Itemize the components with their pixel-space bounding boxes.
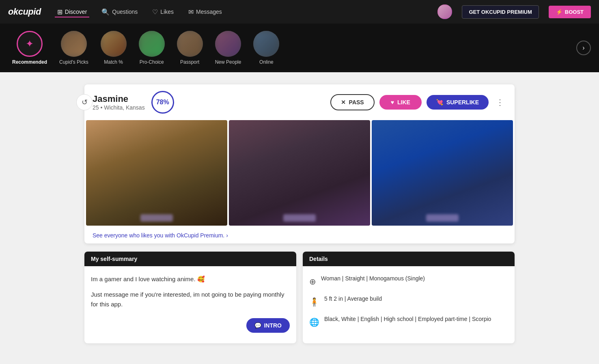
details-body: ⊕ Woman | Straight | Monogamous (Single)… [303, 266, 515, 343]
profile-location: 25 • Wichita, Kansas [93, 104, 145, 111]
detail-background-text: Black, White | English | High school | E… [324, 315, 491, 323]
top-navigation: okcupid ⊞ Discover 🔍 Questions ♡ Likes ✉… [0, 0, 599, 24]
intro-button[interactable]: 💬 INTRO [246, 318, 290, 333]
like-icon: ♥ [391, 99, 394, 106]
category-bar: ✦ Recommended Cupid's Picks Match % Pro-… [0, 24, 599, 72]
background-icon: 🌐 [309, 316, 319, 329]
details-header: Details [303, 252, 515, 266]
category-recommended[interactable]: ✦ Recommended [8, 28, 51, 68]
match-percent: 78% [156, 99, 169, 106]
gender-icon: ⊕ [309, 275, 316, 288]
category-next-button[interactable]: › [576, 41, 591, 55]
pass-label: PASS [349, 99, 364, 106]
intro-label: INTRO [264, 322, 282, 329]
self-summary-body: Im a gamer and I love watching anime. 🥰 … [84, 266, 296, 331]
superlike-label: SUPERLIKE [446, 99, 479, 106]
photo-1-overlay [140, 214, 173, 222]
premium-upsell-anchor[interactable]: See everyone who likes you with OkCupid … [93, 232, 228, 239]
category-recommended-label: Recommended [12, 59, 47, 65]
nav-discover[interactable]: ⊞ Discover [55, 6, 89, 17]
profile-sections: My self-summary Im a gamer and I love wa… [84, 252, 515, 343]
profile-name: Jasmine [93, 94, 145, 104]
category-new-people-label: New People [215, 59, 241, 65]
self-summary-p2: Just message me if you're interested, im… [91, 290, 290, 309]
main-content: ↺ Jasmine 25 • Wichita, Kansas 78% ✕ PAS… [76, 84, 523, 343]
match-thumb [101, 31, 127, 57]
cupids-picks-thumb [61, 31, 87, 57]
category-passport[interactable]: Passport [173, 28, 207, 68]
category-passport-label: Passport [180, 59, 199, 65]
pro-choice-thumb [139, 31, 165, 57]
new-people-thumb [215, 31, 241, 57]
profile-photo-3[interactable] [372, 120, 513, 226]
nav-discover-label: Discover [65, 9, 87, 15]
discover-icon: ⊞ [57, 8, 62, 16]
category-cupids-picks[interactable]: Cupid's Picks [55, 28, 93, 68]
details-card: Details ⊕ Woman | Straight | Monogamous … [303, 252, 515, 343]
more-options-button[interactable]: ⋮ [493, 97, 506, 107]
action-buttons: ✕ PASS ♥ LIKE 💘 SUPERLIKE ⋮ [330, 94, 506, 110]
pass-icon: ✕ [341, 99, 346, 106]
category-pro-choice[interactable]: Pro-Choice [135, 28, 169, 68]
category-pro-choice-label: Pro-Choice [140, 59, 164, 65]
superlike-icon: 💘 [436, 99, 443, 106]
messages-icon: ✉ [188, 8, 194, 16]
intro-icon: 💬 [254, 322, 261, 329]
detail-item-gender: ⊕ Woman | Straight | Monogamous (Single) [309, 274, 508, 288]
nav-messages-label: Messages [196, 9, 222, 15]
pass-button[interactable]: ✕ PASS [330, 94, 375, 110]
category-match[interactable]: Match % [97, 28, 131, 68]
online-thumb [253, 31, 279, 57]
like-button[interactable]: ♥ LIKE [379, 95, 422, 110]
profile-header: ↺ Jasmine 25 • Wichita, Kansas 78% ✕ PAS… [84, 84, 515, 120]
profile-city: Wichita, Kansas [104, 104, 144, 111]
nav-questions[interactable]: 🔍 Questions [99, 6, 140, 17]
nav-questions-label: Questions [112, 9, 138, 15]
profile-photo-1[interactable] [86, 120, 227, 226]
superlike-button[interactable]: 💘 SUPERLIKE [427, 95, 489, 110]
category-new-people[interactable]: New People [211, 28, 246, 68]
detail-item-background: 🌐 Black, White | English | High school |… [309, 315, 508, 329]
app-logo: okcupid [8, 6, 41, 17]
profile-location-sep: • [100, 104, 104, 111]
match-circle: 78% [151, 91, 174, 114]
detail-height-text: 5 ft 2 in | Average build [324, 295, 382, 303]
height-icon: 🧍 [309, 295, 319, 308]
self-summary-header: My self-summary [84, 252, 296, 266]
passport-thumb [177, 31, 203, 57]
category-cupids-picks-label: Cupid's Picks [59, 59, 88, 65]
profile-card: ↺ Jasmine 25 • Wichita, Kansas 78% ✕ PAS… [84, 84, 515, 243]
premium-upsell-link[interactable]: See everyone who likes you with OkCupid … [84, 227, 515, 243]
questions-icon: 🔍 [101, 8, 110, 16]
like-label: LIKE [397, 99, 410, 106]
boost-button[interactable]: BOOST [549, 6, 591, 18]
nav-likes[interactable]: ♡ Likes [150, 6, 176, 17]
nav-likes-label: Likes [160, 9, 174, 15]
profile-age: 25 [93, 104, 99, 111]
detail-item-height: 🧍 5 ft 2 in | Average build [309, 295, 508, 308]
premium-button[interactable]: GET OKCUPID PREMIUM [462, 5, 539, 19]
undo-button[interactable]: ↺ [76, 94, 93, 110]
likes-icon: ♡ [152, 8, 158, 16]
user-avatar[interactable] [437, 4, 452, 19]
category-match-label: Match % [104, 59, 123, 65]
detail-gender-text: Woman | Straight | Monogamous (Single) [321, 274, 425, 283]
self-summary-card: My self-summary Im a gamer and I love wa… [84, 252, 296, 343]
self-summary-p1: Im a gamer and I love watching anime. 🥰 [91, 274, 290, 284]
profile-name-area: Jasmine 25 • Wichita, Kansas [93, 94, 145, 111]
recommended-thumb: ✦ [17, 31, 43, 57]
photo-2-overlay [283, 214, 316, 222]
photo-3-overlay [426, 214, 459, 222]
recommended-icon: ✦ [26, 38, 34, 50]
photo-grid [84, 120, 515, 227]
category-online-label: Online [259, 59, 274, 65]
category-online[interactable]: Online [249, 28, 283, 68]
profile-photo-2[interactable] [229, 120, 370, 226]
nav-messages[interactable]: ✉ Messages [186, 6, 224, 17]
